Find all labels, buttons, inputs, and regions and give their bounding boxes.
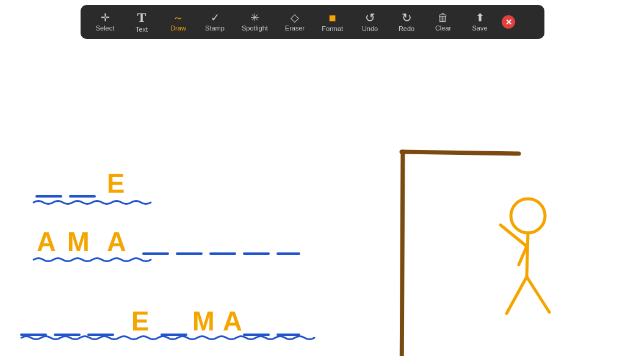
text-label: Text [135,26,148,33]
tool-undo[interactable]: ↺ Undo [352,9,388,35]
undo-icon: ↺ [365,12,375,24]
save-label: Save [472,24,488,32]
clear-label: Clear [435,24,451,32]
format-icon: ■ [329,12,336,24]
redo-label: Redo [399,25,414,32]
select-label: Select [96,24,115,32]
select-icon: ✛ [101,12,110,23]
tool-eraser[interactable]: ◇ Eraser [276,10,313,34]
toolbar: ✛ Select T Text ～ Draw ✓ Stamp ✳ Spotlig… [81,5,544,39]
eraser-icon: ◇ [291,12,299,23]
tool-text[interactable]: T Text [123,9,160,35]
redo-icon: ↻ [402,12,412,24]
close-button[interactable]: ✕ [502,15,515,29]
tool-stamp[interactable]: ✓ Stamp [197,10,233,34]
tool-format[interactable]: ■ Format [313,9,352,35]
tool-select[interactable]: ✛ Select [87,10,123,34]
undo-label: Undo [362,25,378,32]
stamp-label: Stamp [205,24,225,32]
tool-draw[interactable]: ～ Draw [160,10,197,34]
drawing-canvas[interactable] [0,39,625,356]
stamp-icon: ✓ [211,12,220,23]
spotlight-icon: ✳ [250,12,259,23]
tool-save[interactable]: ⬆ Save [461,10,498,34]
draw-icon: ～ [173,12,184,23]
tool-redo[interactable]: ↻ Redo [388,9,425,35]
canvas-area[interactable] [0,39,625,356]
tool-spotlight[interactable]: ✳ Spotlight [233,10,276,34]
save-icon: ⬆ [475,12,485,23]
tool-clear[interactable]: 🗑 Clear [425,10,461,34]
text-icon: T [137,11,146,24]
draw-label: Draw [170,24,186,32]
eraser-label: Eraser [285,24,305,32]
format-label: Format [322,25,343,32]
clear-icon: 🗑 [438,12,449,23]
spotlight-label: Spotlight [242,24,268,32]
